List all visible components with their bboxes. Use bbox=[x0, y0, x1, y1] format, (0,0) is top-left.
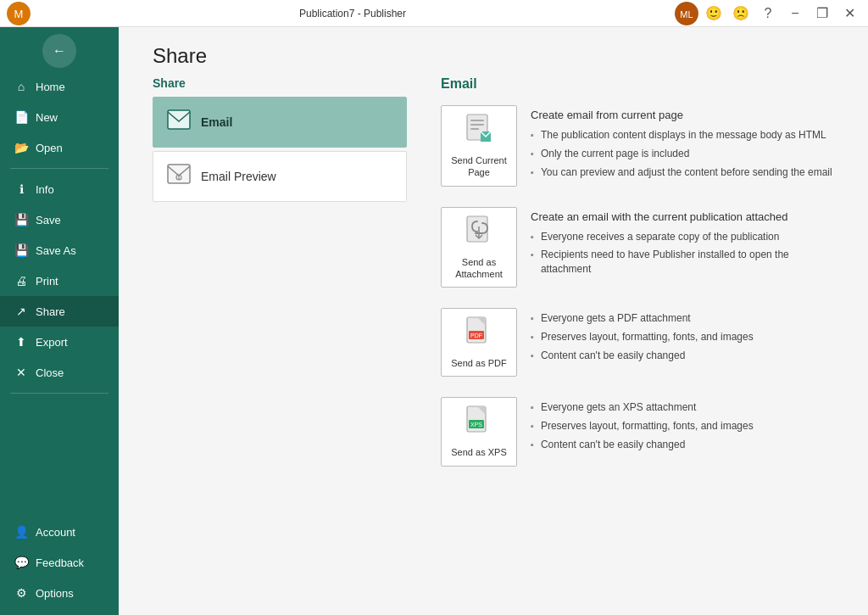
info-icon: ℹ bbox=[14, 182, 29, 196]
save-as-icon: 💾 bbox=[14, 243, 29, 257]
bullet-text-11: Content can't be easily changed bbox=[541, 438, 685, 452]
bullet-dot-5: ▪ bbox=[531, 249, 534, 260]
open-icon: 📂 bbox=[14, 141, 29, 154]
bullet-text-9: Everyone gets an XPS attachment bbox=[541, 400, 696, 415]
bullet-publisher-required: ▪ Recipients need to have Publisher inst… bbox=[531, 248, 834, 277]
send-current-page-label: Send CurrentPage bbox=[451, 154, 506, 179]
sidebar-item-print[interactable]: 🖨 Print bbox=[0, 266, 119, 296]
sidebar-label-share: Share bbox=[36, 305, 65, 318]
sidebar-item-feedback[interactable]: 💬 Feedback bbox=[0, 547, 119, 578]
back-button[interactable]: ← bbox=[42, 34, 76, 68]
sidebar-item-options[interactable]: ⚙ Options bbox=[0, 578, 119, 608]
share-option-email-preview[interactable]: Email Preview bbox=[153, 151, 407, 202]
sidebar-item-open[interactable]: 📂 Open bbox=[0, 132, 119, 163]
app-logo: M bbox=[7, 2, 31, 25]
bullet-xps-cant-change: ▪ Content can't be easily changed bbox=[531, 438, 834, 452]
send-current-page-button[interactable]: Send CurrentPage bbox=[441, 105, 517, 187]
email-option-icon bbox=[167, 109, 191, 135]
bullet-text-5: Recipients need to have Publisher instal… bbox=[541, 248, 834, 277]
bullet-dot-11: ▪ bbox=[531, 439, 534, 450]
bullet-text-3: You can preview and adjust the content b… bbox=[541, 165, 832, 180]
bullet-text-6: Everyone gets a PDF attachment bbox=[541, 311, 691, 326]
bullet-dot-4: ▪ bbox=[531, 232, 534, 242]
share-section-title: Share bbox=[153, 76, 407, 90]
send-as-attachment-icon bbox=[464, 215, 494, 251]
send-as-attachment-button[interactable]: Send asAttachment bbox=[441, 207, 517, 288]
bullet-text-2: Only the current page is included bbox=[541, 147, 689, 161]
share-right-panel: Email bbox=[424, 76, 834, 615]
send-as-pdf-button[interactable]: PDF Send as PDF bbox=[441, 308, 517, 377]
minimize-button[interactable]: − bbox=[783, 2, 807, 25]
sidebar-item-save[interactable]: 💾 Save bbox=[0, 204, 119, 235]
email-option-row-current-page: Send CurrentPage Create email from curre… bbox=[441, 105, 834, 187]
sidebar-item-save-as[interactable]: 💾 Save As bbox=[0, 235, 119, 266]
send-as-attachment-label: Send asAttachment bbox=[455, 256, 503, 281]
user-avatar[interactable]: ML bbox=[675, 2, 698, 25]
share-panel: Share Email bbox=[119, 76, 868, 615]
sidebar-label-close: Close bbox=[36, 366, 64, 379]
sidebar-divider-1 bbox=[10, 168, 108, 169]
restore-button[interactable]: ❐ bbox=[810, 2, 834, 25]
app-body: ← ⌂ Home 📄 New 📂 Open ℹ Info 💾 bbox=[0, 27, 868, 615]
send-current-page-icon bbox=[464, 113, 494, 149]
bullet-xps-preserves: ▪ Preserves layout, formatting, fonts, a… bbox=[531, 419, 834, 433]
sidebar-label-options: Options bbox=[36, 587, 74, 600]
bullet-dot-7: ▪ bbox=[531, 332, 534, 342]
email-option-row-attachment: Send asAttachment Create an email with t… bbox=[441, 207, 834, 288]
home-icon: ⌂ bbox=[14, 80, 29, 93]
sidebar-label-open: Open bbox=[36, 142, 63, 154]
sidebar-label-save-as: Save As bbox=[36, 244, 76, 257]
account-icon: 👤 bbox=[14, 525, 29, 539]
emoji-happy-icon[interactable]: 🙂 bbox=[702, 2, 726, 25]
close-button[interactable]: ✕ bbox=[837, 2, 861, 25]
email-option-row-xps: XPS Send as XPS ▪ Everyone gets an XPS a… bbox=[441, 397, 834, 466]
send-as-pdf-label: Send as PDF bbox=[451, 357, 506, 369]
bullet-dot-2: ▪ bbox=[531, 148, 534, 159]
email-preview-option-icon bbox=[167, 164, 191, 189]
titlebar-left: M bbox=[7, 2, 31, 25]
sidebar-item-new[interactable]: 📄 New bbox=[0, 102, 119, 132]
send-as-pdf-desc: ▪ Everyone gets a PDF attachment ▪ Prese… bbox=[531, 308, 834, 366]
bullet-dot-1: ▪ bbox=[531, 130, 534, 140]
emoji-sad-icon[interactable]: 🙁 bbox=[729, 2, 753, 25]
sidebar-label-home: Home bbox=[36, 81, 65, 93]
sidebar-label-feedback: Feedback bbox=[36, 556, 84, 569]
bullet-separate-copy: ▪ Everyone receives a separate copy of t… bbox=[531, 230, 834, 244]
bullet-text-7: Preserves layout, formatting, fonts, and… bbox=[541, 330, 754, 344]
titlebar: M Publication7 - Publisher ML 🙂 🙁 ? − ❐ … bbox=[0, 0, 868, 27]
sidebar-divider-2 bbox=[10, 393, 108, 394]
send-as-xps-label: Send as XPS bbox=[451, 446, 506, 458]
sidebar-item-close[interactable]: ✕ Close bbox=[0, 357, 119, 388]
back-icon: ← bbox=[53, 43, 66, 59]
new-icon: 📄 bbox=[14, 110, 29, 124]
bullet-dot-6: ▪ bbox=[531, 313, 534, 323]
share-option-email[interactable]: Email bbox=[153, 97, 407, 148]
bullet-text-4: Everyone receives a separate copy of the… bbox=[541, 230, 780, 244]
bullet-pdf-cant-change: ▪ Content can't be easily changed bbox=[531, 349, 834, 363]
page-header: Share bbox=[119, 27, 868, 76]
send-current-page-desc: Create email from current page ▪ The pub… bbox=[531, 105, 834, 183]
bullet-dot-8: ▪ bbox=[531, 350, 534, 361]
help-icon[interactable]: ? bbox=[756, 2, 780, 25]
sidebar-item-export[interactable]: ⬆ Export bbox=[0, 327, 119, 357]
sidebar-item-account[interactable]: 👤 Account bbox=[0, 517, 119, 547]
bullet-html: ▪ The publication content displays in th… bbox=[531, 128, 834, 143]
sidebar-item-share[interactable]: ↗ Share bbox=[0, 296, 119, 327]
sidebar-item-info[interactable]: ℹ Info bbox=[0, 174, 119, 204]
send-as-xps-icon: XPS bbox=[464, 405, 494, 441]
send-as-xps-button[interactable]: XPS Send as XPS bbox=[441, 397, 517, 466]
bullet-text-1: The publication content displays in the … bbox=[541, 128, 826, 143]
svg-rect-10 bbox=[470, 124, 484, 126]
sidebar-label-new: New bbox=[36, 111, 58, 124]
bullet-dot-9: ▪ bbox=[531, 402, 534, 412]
titlebar-controls: ML 🙂 🙁 ? − ❐ ✕ bbox=[675, 2, 861, 25]
sidebar-nav-bottom: 👤 Account 💬 Feedback ⚙ Options bbox=[0, 517, 119, 615]
bullet-pdf-attachment: ▪ Everyone gets a PDF attachment bbox=[531, 311, 834, 326]
save-icon: 💾 bbox=[14, 213, 29, 226]
sidebar-label-print: Print bbox=[36, 275, 58, 288]
sidebar-label-export: Export bbox=[36, 336, 68, 349]
svg-rect-11 bbox=[470, 128, 479, 130]
sidebar-item-home[interactable]: ⌂ Home bbox=[0, 71, 119, 102]
bullet-xps-attachment: ▪ Everyone gets an XPS attachment bbox=[531, 400, 834, 415]
bullet-pdf-preserves: ▪ Preserves layout, formatting, fonts, a… bbox=[531, 330, 834, 344]
